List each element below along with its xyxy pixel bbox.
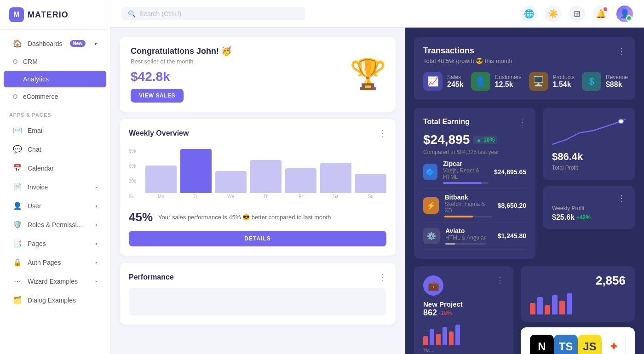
sidebar-item-crm[interactable]: CRM: [4, 53, 106, 70]
transactions-card: Transactions Total 48.5% growth 😎 this m…: [414, 37, 635, 100]
bell-icon[interactable]: 🔔: [592, 6, 609, 22]
np-bar: [449, 331, 454, 345]
sidebar-item-ecommerce[interactable]: eCommerce: [4, 88, 106, 105]
circle-icon: [13, 94, 17, 99]
calendar-label: Calendar: [28, 165, 54, 172]
details-button[interactable]: DETAILS: [129, 231, 386, 246]
avatar[interactable]: 👤: [616, 6, 633, 22]
bar-day-label: Mo: [158, 194, 164, 199]
earning-item-tech: Vuejs, React & HTML: [443, 167, 489, 180]
circle-icon-active: [13, 77, 17, 81]
trans-stat-label: Revenue: [606, 74, 628, 80]
trans-stat-value: 245k: [447, 80, 464, 89]
earning-item-progress-bar: [444, 216, 473, 217]
earning-header: Total Earning ⋮: [423, 117, 526, 127]
weekly-profit-card: ⋮ Weekly Profit $25.6k +42%: [543, 186, 635, 229]
email-label: Email: [28, 127, 44, 134]
np-right: ⋮: [496, 275, 504, 285]
invoice-icon: 📄: [13, 183, 22, 191]
pages-label: Pages: [28, 240, 46, 247]
earning-items: 🔷ZipcarVuejs, React & HTML$24,895.65⚡Bit…: [423, 155, 526, 250]
sidebar-item-dialog[interactable]: 🗂️ Dialog Examples: [4, 291, 106, 309]
big-number-card: 2,856: [521, 266, 635, 322]
np-value-row: 862 -18%: [423, 308, 463, 318]
y-label-90k: 90k: [129, 148, 136, 154]
perf-row: 45% Your sales performance is 45% 😎 bett…: [129, 210, 386, 224]
sidebar-item-calendar[interactable]: 📅 Calendar: [4, 159, 106, 177]
sidebar-item-user[interactable]: 👤 User ›: [4, 197, 106, 215]
earning-item-progress-bar: [443, 182, 482, 184]
performance-more-btn[interactable]: ⋮: [378, 272, 386, 282]
trans-stat-item: $Revenue$88k: [582, 72, 628, 91]
spacer: [543, 180, 635, 186]
trans-stat-value: 1.54k: [553, 80, 575, 89]
bar: [320, 163, 351, 193]
sidebar-item-pages[interactable]: 📑 Pages ›: [4, 234, 106, 252]
lock-icon: 🔒: [13, 258, 22, 267]
bar-day-label: We: [228, 194, 235, 199]
weekly-card-header: Weekly Overview ⋮: [129, 128, 386, 138]
logo-icon: M: [9, 7, 24, 22]
shield-icon: 🛡️: [13, 220, 22, 229]
big-number: 2,856: [530, 274, 626, 288]
weekly-profit-more-btn[interactable]: ⋮: [617, 193, 626, 203]
sidebar-item-chat[interactable]: 💬 Chat: [4, 140, 106, 158]
np-bar: [455, 325, 460, 345]
bar-day-label: Th: [263, 194, 269, 199]
earning-item-name: Aviato: [445, 227, 486, 234]
ecommerce-label: eCommerce: [23, 93, 58, 100]
trans-stat-icon: 🖥️: [529, 72, 548, 91]
bar-wrap: Th: [250, 160, 282, 199]
wizard-label: Wizard Examples: [28, 278, 78, 285]
sidebar-item-invoice[interactable]: 📄 Invoice ›: [4, 178, 106, 196]
analytics-label: Analytics: [23, 75, 49, 83]
trans-stat-icon: 📈: [423, 72, 443, 91]
auth-label: Auth Pages: [28, 259, 61, 266]
sidebar-item-wizard[interactable]: ⋯ Wizard Examples ›: [4, 272, 106, 290]
search-icon: 🔍: [128, 10, 136, 17]
np-value: 862: [423, 308, 437, 318]
sidebar-item-email[interactable]: ✉️ Email: [4, 121, 106, 139]
trans-stat-icon: 👤: [471, 72, 490, 91]
grid-icon[interactable]: ⊞: [569, 6, 585, 22]
y-label-60k: 60k: [129, 164, 136, 169]
search-bar[interactable]: 🔍 Search (Ctrl+/): [121, 7, 305, 20]
trans-stat-label: Products: [553, 74, 575, 80]
view-sales-button[interactable]: VIEW SALES: [131, 89, 184, 103]
np-more-btn[interactable]: ⋮: [496, 276, 504, 285]
left-panel: Congratulations John! 🥳 Best seller of t…: [110, 28, 405, 354]
dialog-label: Dialog Examples: [28, 297, 76, 304]
home-icon: 🏠: [13, 39, 22, 48]
trans-stat-value: $88k: [606, 80, 628, 89]
sidebar-item-auth[interactable]: 🔒 Auth Pages ›: [4, 253, 106, 271]
bar: [180, 149, 212, 193]
earning-item-info: BitbankSketch, Figma & XD: [444, 194, 492, 217]
right-mini-bar: [537, 297, 543, 314]
earning-item-progress-wrap: [444, 216, 492, 217]
transactions-more-btn[interactable]: ⋮: [617, 46, 626, 56]
weekly-profit-value: $25.6k +42%: [552, 213, 626, 222]
weekly-more-btn[interactable]: ⋮: [378, 128, 386, 138]
total-earning-card: Total Earning ⋮ $24,895 ▲ 10% Compared t…: [414, 108, 535, 259]
sidebar-item-analytics[interactable]: Analytics: [4, 71, 106, 87]
bar: [355, 174, 386, 193]
perf-percent: 45%: [129, 210, 153, 224]
earning-item-progress-wrap: [445, 243, 486, 245]
weekly-profit-badge: +42%: [576, 214, 591, 221]
right-mini-bar: [530, 303, 535, 314]
brightness-icon[interactable]: ☀️: [545, 6, 561, 22]
translate-icon[interactable]: 🌐: [521, 6, 537, 22]
performance-card: Performance ⋮: [120, 263, 396, 325]
performance-header: Performance ⋮: [129, 272, 386, 282]
sidebar-item-roles[interactable]: 🛡️ Roles & Permissi... ›: [4, 216, 106, 234]
y-label-30k: 30k: [129, 179, 136, 184]
earning-item-icon: 🔷: [423, 164, 437, 180]
dialog-icon: 🗂️: [13, 296, 22, 304]
earning-amount-row: $24,895 ▲ 10%: [423, 132, 526, 147]
trans-stat-label: Customers: [495, 74, 522, 80]
total-profit-card: $86.4k Total Profit: [543, 108, 635, 180]
earning-more-btn[interactable]: ⋮: [518, 117, 526, 127]
earning-item-info: ZipcarVuejs, React & HTML: [443, 160, 489, 184]
sidebar-item-dashboards[interactable]: 🏠 Dashboards New ▾: [4, 34, 106, 52]
np-header: 💼 New Project 862 -18% ⋮: [423, 275, 504, 318]
